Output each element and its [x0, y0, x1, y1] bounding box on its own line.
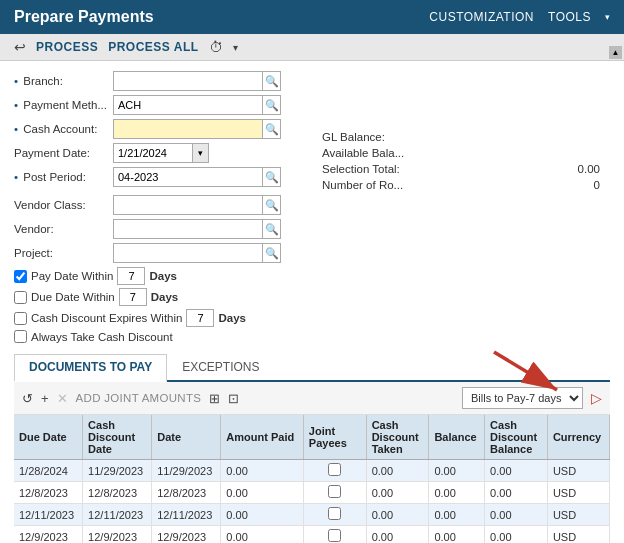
post-period-label: • Post Period:	[14, 171, 109, 183]
always-take-row: Always Take Cash Discount	[14, 330, 302, 343]
process-all-button[interactable]: PROCESS ALL	[108, 40, 198, 54]
payments-table: Due Date Cash Discount Date Date Amount …	[14, 415, 610, 543]
table-cell: 12/9/2023	[152, 526, 221, 544]
col-currency: Currency	[547, 415, 609, 460]
toolbar-chevron-icon[interactable]: ▾	[233, 42, 238, 53]
tab-exceptions[interactable]: EXCEPTIONS	[167, 354, 274, 380]
filter-icon[interactable]: ▷	[591, 390, 602, 406]
col-date: Date	[152, 415, 221, 460]
payment-method-row: • Payment Meth... 🔍	[14, 95, 302, 115]
post-period-search-icon[interactable]: 🔍	[263, 167, 281, 187]
vendor-search-icon[interactable]: 🔍	[263, 219, 281, 239]
table-cell: 12/8/2023	[152, 482, 221, 504]
table-cell: USD	[547, 504, 609, 526]
table-row[interactable]: 12/11/202312/11/202312/11/20230.000.000.…	[14, 504, 610, 526]
table-body: 1/28/202411/29/202311/29/20230.000.000.0…	[14, 460, 610, 544]
pay-date-within-row: Pay Date Within Days	[14, 267, 302, 285]
vendor-class-row: Vendor Class: 🔍	[14, 195, 302, 215]
payment-date-dropdown-icon[interactable]: ▾	[193, 143, 209, 163]
bills-filter-dropdown[interactable]: Bills to Pay-7 days	[462, 387, 583, 409]
add-record-icon[interactable]: +	[41, 391, 49, 406]
fit-columns-icon[interactable]: ⊞	[209, 391, 220, 406]
vendor-class-label: Vendor Class:	[14, 199, 109, 211]
post-period-input[interactable]	[113, 167, 263, 187]
table-cell: 0.00	[366, 526, 429, 544]
due-date-within-checkbox[interactable]	[14, 291, 27, 304]
branch-input[interactable]	[113, 71, 263, 91]
project-search-icon[interactable]: 🔍	[263, 243, 281, 263]
payment-date-label: Payment Date:	[14, 147, 109, 159]
cash-account-search-icon[interactable]: 🔍	[263, 119, 281, 139]
number-of-ro-label: Number of Ro...	[322, 179, 403, 191]
branch-input-group: 🔍	[113, 71, 281, 91]
project-input[interactable]	[113, 243, 263, 263]
vendor-class-input[interactable]	[113, 195, 263, 215]
vendor-input[interactable]	[113, 219, 263, 239]
table-cell: 0.00	[485, 504, 548, 526]
form-right: GL Balance: Available Bala... Selection …	[322, 71, 610, 346]
cash-account-input[interactable]	[113, 119, 263, 139]
table-cell: 0.00	[485, 460, 548, 482]
payments-table-wrap: Due Date Cash Discount Date Date Amount …	[14, 415, 610, 543]
always-take-checkbox[interactable]	[14, 330, 27, 343]
table-cell: 1/28/2024	[14, 460, 83, 482]
joint-payees-checkbox[interactable]	[328, 463, 341, 476]
col-due-date: Due Date	[14, 415, 83, 460]
cash-discount-input[interactable]	[186, 309, 214, 327]
table-row[interactable]: 1/28/202411/29/202311/29/20230.000.000.0…	[14, 460, 610, 482]
cash-account-label: • Cash Account:	[14, 123, 109, 135]
refresh-icon[interactable]: ↺	[22, 391, 33, 406]
tabs-bar: DOCUMENTS TO PAY EXCEPTIONS	[14, 354, 610, 382]
table-cell: 0.00	[485, 482, 548, 504]
table-cell: 0.00	[485, 526, 548, 544]
pay-date-within-days: Days	[149, 270, 177, 282]
col-cash-discount-taken: Cash Discount Taken	[366, 415, 429, 460]
table-row[interactable]: 12/9/202312/9/202312/9/20230.000.000.000…	[14, 526, 610, 544]
table-cell: 0.00	[429, 504, 485, 526]
project-input-group: 🔍	[113, 243, 281, 263]
joint-payees-checkbox[interactable]	[328, 529, 341, 542]
cash-discount-checkbox[interactable]	[14, 312, 27, 325]
table-cell: USD	[547, 526, 609, 544]
cash-discount-days: Days	[218, 312, 246, 324]
delete-icon[interactable]: ✕	[57, 391, 68, 406]
table-cell: 12/9/2023	[83, 526, 152, 544]
branch-search-icon[interactable]: 🔍	[263, 71, 281, 91]
pay-date-within-checkbox[interactable]	[14, 270, 27, 283]
vendor-class-search-icon[interactable]: 🔍	[263, 195, 281, 215]
payment-date-input-group: ▾	[113, 143, 209, 163]
col-joint-payees: Joint Payees	[303, 415, 366, 460]
table-row[interactable]: 12/8/202312/8/202312/8/20230.000.000.000…	[14, 482, 610, 504]
customization-btn[interactable]: CUSTOMIZATION	[429, 10, 534, 24]
joint-payees-checkbox[interactable]	[328, 485, 341, 498]
payment-method-search-icon[interactable]: 🔍	[263, 95, 281, 115]
table-cell: 11/29/2023	[83, 460, 152, 482]
due-date-within-input[interactable]	[119, 288, 147, 306]
gl-balance-label: GL Balance:	[322, 131, 385, 143]
available-bala-row: Available Bala...	[322, 147, 610, 159]
back-icon[interactable]: ↩	[14, 39, 26, 55]
table-cell: 0.00	[429, 460, 485, 482]
table-cell: 0.00	[221, 504, 304, 526]
selection-total-row: Selection Total: 0.00	[322, 163, 610, 175]
col-amount-paid: Amount Paid	[221, 415, 304, 460]
page-title: Prepare Payments	[14, 8, 154, 26]
available-bala-label: Available Bala...	[322, 147, 404, 159]
process-button[interactable]: PROCESS	[36, 40, 98, 54]
table-cell: USD	[547, 460, 609, 482]
export-icon[interactable]: ⊡	[228, 391, 239, 406]
table-cell: USD	[547, 482, 609, 504]
table-cell: 0.00	[221, 526, 304, 544]
tools-btn[interactable]: TOOLS	[548, 10, 591, 24]
main-toolbar: ↩ PROCESS PROCESS ALL ⏱ ▾	[0, 34, 624, 61]
payment-method-input[interactable]	[113, 95, 263, 115]
clock-icon[interactable]: ⏱	[209, 39, 223, 55]
tab-documents[interactable]: DOCUMENTS TO PAY	[14, 354, 167, 382]
payment-date-input[interactable]	[113, 143, 193, 163]
col-cash-discount-date: Cash Discount Date	[83, 415, 152, 460]
pay-date-within-input[interactable]	[117, 267, 145, 285]
scroll-up-btn[interactable]: ▲	[609, 46, 622, 59]
vendor-class-input-group: 🔍	[113, 195, 281, 215]
joint-payees-checkbox[interactable]	[328, 507, 341, 520]
col-cash-discount-balance: Cash Discount Balance	[485, 415, 548, 460]
